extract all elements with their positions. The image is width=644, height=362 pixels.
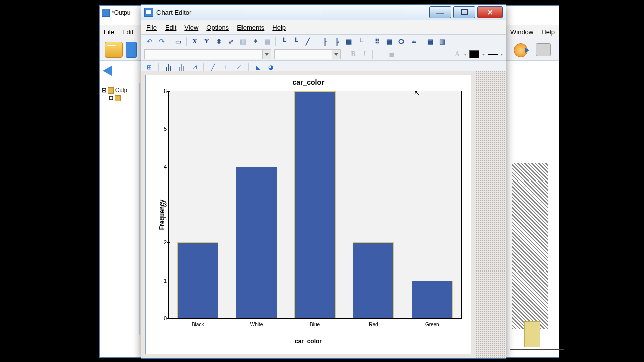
x-tick: Green xyxy=(412,322,453,327)
y-tick: 2 xyxy=(156,239,167,245)
ce-menu-edit[interactable]: Edit xyxy=(165,24,176,31)
properties-button[interactable]: ▭ xyxy=(173,37,183,46)
axis3-button[interactable]: ╱ xyxy=(303,37,313,46)
x-tick: Blue xyxy=(294,322,336,327)
chart-editor-icon xyxy=(144,8,153,17)
axis2-button[interactable]: ┗ xyxy=(291,37,301,46)
xref-button[interactable]: ⫨ xyxy=(409,37,419,46)
x-axis-label[interactable]: car_color xyxy=(146,338,471,345)
menu-help[interactable]: Help xyxy=(541,28,555,36)
transpose-button[interactable]: ⤢ xyxy=(226,37,236,46)
chart-canvas[interactable]: car_color Frequency car_color 0123456Bla… xyxy=(145,75,471,354)
frame-button[interactable]: └ xyxy=(356,37,366,46)
chart-template-button[interactable] xyxy=(536,43,551,56)
outline-tree[interactable]: ⊟ Outp ⊟ xyxy=(100,83,140,335)
tree-root-label: Outp xyxy=(115,87,127,93)
hashgrid-button[interactable]: ▦ xyxy=(384,37,394,46)
open-button[interactable] xyxy=(105,42,123,58)
font-family-combo[interactable] xyxy=(144,49,271,59)
ce-menu-options[interactable]: Options xyxy=(206,24,229,31)
output-viewer-title: *Outpu xyxy=(102,9,130,17)
y-tick: 1 xyxy=(156,278,167,284)
align-center-button[interactable]: ≣ xyxy=(388,50,396,59)
chart-editor-body: car_color Frequency car_color 0123456Bla… xyxy=(141,71,506,358)
y-tick: 3 xyxy=(156,202,167,208)
y-tick: 6 xyxy=(156,88,167,94)
save-button[interactable] xyxy=(126,42,137,58)
data-label-button[interactable]: ▥ xyxy=(238,37,248,46)
app-icon xyxy=(102,9,110,17)
vert-bars-button[interactable]: ▥ xyxy=(437,37,447,46)
bar-red[interactable] xyxy=(353,242,394,318)
x-tick: Black xyxy=(177,322,218,327)
ce-menu-elements[interactable]: Elements xyxy=(237,24,264,31)
redo-button[interactable]: ↷ xyxy=(156,37,167,46)
output-viewer-title-text: *Outpu xyxy=(112,9,130,16)
hist-icon-button[interactable]: ▤ xyxy=(425,37,435,46)
maximize-button[interactable] xyxy=(453,6,475,18)
y-tick: 4 xyxy=(156,164,167,170)
bold-button[interactable]: B xyxy=(349,50,357,58)
menu-window[interactable]: Window xyxy=(510,28,533,36)
gridx-button[interactable]: ╟ xyxy=(319,37,330,46)
menu-file[interactable]: File xyxy=(104,28,114,36)
axis1-button[interactable]: ┖ xyxy=(279,37,289,46)
menu-edit[interactable]: Edit xyxy=(122,28,133,36)
x-tick: Red xyxy=(353,322,394,327)
chart-editor-format-bar: B I ≡ ≣ ≡ A ▾ ▾ ▾ xyxy=(141,48,506,61)
chart-editor-menu: File Edit View Options Elements Help xyxy=(141,20,506,34)
gridxy-button[interactable]: ▦ xyxy=(344,37,354,46)
chart-editor-title-text: Chart Editor xyxy=(156,9,191,16)
lasso-button[interactable]: ⌖ xyxy=(250,37,260,46)
x-axis-button[interactable]: X xyxy=(190,37,200,46)
ce-menu-file[interactable]: File xyxy=(146,24,157,31)
selected-chart-object[interactable] xyxy=(510,113,591,350)
chart-editor-toolbar-1: ↶ ↷ ▭ X Y ⬍ ⤢ ▥ ⌖ ▦ ┖ ┗ ╱ ╟ ╠ ▦ └ ⠿ ▦ ⵔ … xyxy=(141,34,506,48)
gridy-button[interactable]: ╠ xyxy=(332,37,342,46)
y-axis-button[interactable]: Y xyxy=(202,37,212,46)
font-size-combo[interactable] xyxy=(274,49,341,59)
minimize-button[interactable]: __ xyxy=(429,6,451,18)
chart-editor-titlebar[interactable]: Chart Editor __ ✕ xyxy=(141,5,506,20)
chart-editor-gutter xyxy=(475,71,506,358)
bar-white[interactable] xyxy=(236,167,277,318)
align-left-button[interactable]: ≡ xyxy=(377,50,385,58)
dialog-recall-button[interactable] xyxy=(514,43,528,57)
bar-black[interactable] xyxy=(177,242,218,318)
undo-button[interactable]: ↶ xyxy=(144,37,154,46)
yref-button[interactable]: ⵔ xyxy=(396,37,407,46)
bar-style-button[interactable]: ⬍ xyxy=(214,37,224,46)
x-tick: White xyxy=(236,322,277,327)
bar-blue[interactable] xyxy=(294,91,336,318)
ce-menu-view[interactable]: View xyxy=(184,24,198,31)
ce-menu-help[interactable]: Help xyxy=(272,24,286,31)
dotgrid-button[interactable]: ⠿ xyxy=(372,37,382,46)
y-tick: 5 xyxy=(156,126,167,132)
align-right-button[interactable]: ≡ xyxy=(399,50,407,58)
fill-color-swatch[interactable] xyxy=(469,50,479,58)
chart-editor-window: Chart Editor __ ✕ File Edit View Options… xyxy=(141,4,506,359)
text-color-button[interactable]: A xyxy=(453,50,461,58)
chart-title[interactable]: car_color xyxy=(146,78,471,86)
y-tick: 0 xyxy=(156,315,167,321)
nav-back-button[interactable] xyxy=(103,66,120,78)
bar-green[interactable] xyxy=(412,281,453,318)
plot-area[interactable]: 0123456BlackWhiteBlueRedGreen xyxy=(168,90,462,319)
line-weight-swatch[interactable] xyxy=(488,54,498,55)
explode-button[interactable]: ▦ xyxy=(262,37,272,46)
italic-button[interactable]: I xyxy=(360,50,368,58)
close-button[interactable]: ✕ xyxy=(477,6,503,18)
